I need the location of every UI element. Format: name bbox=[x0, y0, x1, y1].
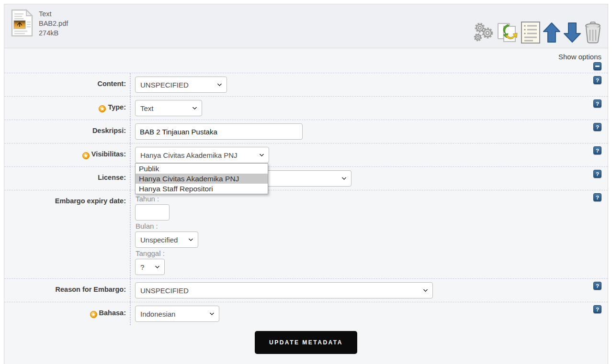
gears-icon bbox=[473, 38, 494, 45]
description-field-cell bbox=[130, 120, 588, 143]
type-select[interactable]: Text bbox=[135, 100, 202, 116]
chevron-down-icon bbox=[217, 82, 222, 87]
update-metadata-button[interactable]: UPDATE METADATA bbox=[255, 331, 357, 354]
content-label-cell: Content: bbox=[4, 73, 130, 96]
language-label: Bahasa: bbox=[99, 309, 126, 317]
move-up-button[interactable] bbox=[543, 22, 561, 44]
help-button[interactable]: ? bbox=[593, 170, 601, 178]
content-label: Content: bbox=[97, 80, 126, 88]
gears-button[interactable] bbox=[473, 22, 494, 44]
field-row-embargo-date: Embargo expiry date: Tahun : Bulan : Uns… bbox=[4, 190, 608, 278]
type-help-cell: ? bbox=[588, 97, 608, 120]
help-button[interactable]: ? bbox=[593, 99, 601, 108]
field-row-description: Deskripsi: ? bbox=[4, 120, 608, 143]
chevron-down-icon bbox=[423, 287, 428, 292]
view-metadata-button[interactable] bbox=[521, 22, 540, 44]
visibility-select-value: Hanya Civitas Akademika PNJ bbox=[140, 151, 238, 159]
chevron-down-icon bbox=[260, 152, 264, 157]
embargo-day-select-value: ? bbox=[140, 263, 144, 271]
chevron-down-icon bbox=[342, 176, 347, 180]
question-mark-icon: ? bbox=[596, 195, 599, 200]
content-help-cell: ? bbox=[588, 73, 608, 96]
help-button[interactable]: ? bbox=[593, 123, 601, 131]
embargo-date-label: Embargo expiry date: bbox=[55, 197, 126, 205]
question-mark-icon: ? bbox=[596, 124, 599, 130]
show-options-area: Show options bbox=[4, 48, 608, 73]
move-down-arrow-icon bbox=[563, 38, 581, 45]
embargo-year-input[interactable] bbox=[135, 204, 170, 221]
move-down-button[interactable] bbox=[563, 22, 581, 44]
type-select-value: Text bbox=[140, 104, 154, 112]
language-label-cell: ★Bahasa: bbox=[4, 302, 130, 325]
file-size: 274kB bbox=[39, 28, 68, 38]
field-row-language: ★Bahasa: Indonesian ? bbox=[4, 302, 608, 325]
field-row-embargo-reason: Reason for Embargo: UNSPECIFIED ? bbox=[4, 278, 608, 302]
embargo-reason-field-cell: UNSPECIFIED bbox=[130, 279, 588, 302]
embargo-reason-label-cell: Reason for Embargo: bbox=[4, 279, 130, 302]
content-field-cell: UNSPECIFIED bbox=[130, 73, 588, 96]
field-row-visibility: ★Visibilitas: Hanya Civitas Akademika PN… bbox=[4, 143, 608, 166]
dropdown-option-publik[interactable]: Publik bbox=[136, 164, 268, 174]
dropdown-option-staff-repositori[interactable]: Hanya Staff Repositori bbox=[136, 184, 268, 194]
license-label-cell: License: bbox=[4, 167, 130, 190]
embargo-date-label-cell: Embargo expiry date: bbox=[4, 190, 130, 278]
hide-options-button[interactable] bbox=[593, 62, 601, 70]
delete-button[interactable] bbox=[584, 22, 602, 44]
move-up-arrow-icon bbox=[543, 38, 561, 45]
file-header: Text BAB2.pdf 274kB bbox=[4, 4, 608, 48]
type-label: Type: bbox=[108, 103, 126, 111]
chevron-down-icon bbox=[189, 237, 193, 242]
visibility-select[interactable]: Hanya Civitas Akademika PNJ bbox=[135, 147, 269, 163]
dropdown-option-civitas-akademika[interactable]: Hanya Civitas Akademika PNJ bbox=[136, 174, 268, 184]
question-mark-icon: ? bbox=[596, 148, 599, 154]
language-field-cell: Indonesian bbox=[130, 302, 588, 325]
embargo-date-field-cell: Tahun : Bulan : Unspecified Tanggal : ? bbox=[130, 190, 588, 278]
question-mark-icon: ? bbox=[596, 171, 599, 177]
language-help-cell: ? bbox=[588, 302, 608, 325]
license-help-cell: ? bbox=[588, 167, 608, 190]
field-row-type: ★Type: Text ? bbox=[4, 96, 608, 120]
description-label-cell: Deskripsi: bbox=[4, 120, 130, 143]
view-metadata-icon bbox=[521, 38, 540, 45]
content-select[interactable]: UNSPECIFIED bbox=[135, 77, 227, 93]
question-mark-icon: ? bbox=[596, 77, 599, 83]
embargo-day-label: Tanggal : bbox=[136, 249, 588, 257]
trash-icon bbox=[584, 38, 602, 45]
pdf-file-icon[interactable] bbox=[11, 9, 34, 39]
help-button[interactable]: ? bbox=[593, 193, 601, 201]
button-row: UPDATE METADATA bbox=[4, 325, 608, 364]
help-button[interactable]: ? bbox=[593, 282, 601, 290]
embargo-month-select[interactable]: Unspecified bbox=[135, 232, 198, 248]
embargo-reason-select[interactable]: UNSPECIFIED bbox=[135, 282, 433, 298]
question-mark-icon: ? bbox=[596, 307, 599, 312]
document-panel: Text BAB2.pdf 274kB bbox=[4, 4, 608, 364]
field-row-content: Content: UNSPECIFIED ? bbox=[4, 73, 608, 96]
visibility-field-cell: Hanya Civitas Akademika PNJ Publik Hanya… bbox=[130, 143, 588, 166]
convert-document-button[interactable] bbox=[497, 22, 519, 44]
show-options-label[interactable]: Show options bbox=[558, 53, 601, 61]
file-name: BAB2.pdf bbox=[39, 19, 68, 28]
embargo-reason-label: Reason for Embargo: bbox=[56, 286, 126, 293]
embargo-day-select[interactable]: ? bbox=[135, 259, 165, 275]
help-button[interactable]: ? bbox=[593, 146, 601, 154]
help-button[interactable]: ? bbox=[593, 305, 601, 313]
required-star-icon: ★ bbox=[99, 105, 106, 112]
type-field-cell: Text bbox=[130, 97, 588, 120]
type-label-cell: ★Type: bbox=[4, 97, 130, 120]
embargo-reason-select-value: UNSPECIFIED bbox=[140, 287, 189, 295]
embargo-month-label: Bulan : bbox=[136, 222, 588, 230]
required-star-icon: ★ bbox=[82, 152, 90, 159]
embargo-reason-help-cell: ? bbox=[588, 279, 608, 302]
visibility-label: Visibilitas: bbox=[91, 150, 126, 158]
question-mark-icon: ? bbox=[596, 101, 599, 107]
visibility-label-cell: ★Visibilitas: bbox=[4, 143, 130, 166]
language-select[interactable]: Indonesian bbox=[135, 306, 219, 322]
description-input[interactable] bbox=[135, 123, 303, 140]
visibility-help-cell: ? bbox=[588, 143, 608, 166]
help-button[interactable]: ? bbox=[593, 76, 601, 84]
embargo-year-label: Tahun : bbox=[136, 195, 588, 203]
file-info: Text BAB2.pdf 274kB bbox=[11, 9, 68, 39]
chevron-down-icon bbox=[193, 105, 197, 110]
content-select-value: UNSPECIFIED bbox=[140, 81, 189, 89]
embargo-month-select-value: Unspecified bbox=[140, 236, 178, 244]
